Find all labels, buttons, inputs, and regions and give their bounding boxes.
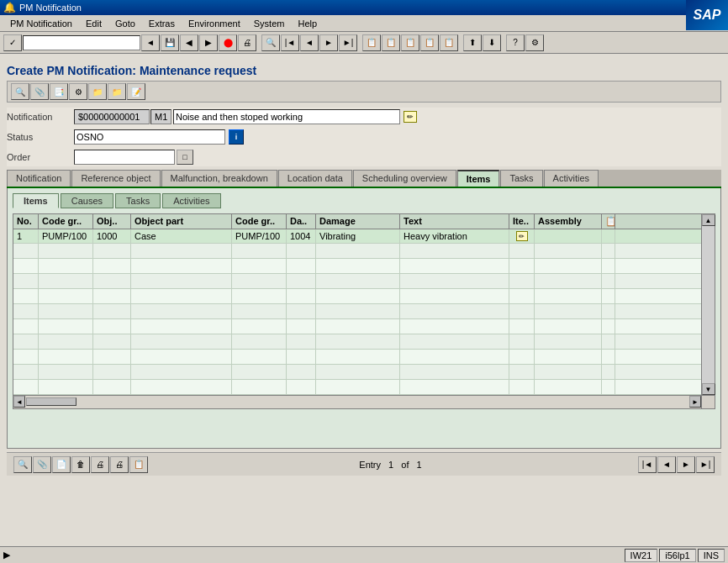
stop-button[interactable]: ⬤: [219, 34, 237, 51]
it1[interactable]: 🔍: [11, 83, 29, 100]
table-row-empty-6: [13, 319, 701, 334]
app-icon: 🔔: [3, 2, 16, 13]
first-button[interactable]: |◄: [281, 34, 299, 51]
tab-tasks[interactable]: Tasks: [500, 170, 542, 187]
bt2[interactable]: 📎: [33, 456, 51, 473]
upload-button[interactable]: ⬆: [463, 34, 482, 51]
notification-label: Notification: [7, 112, 74, 122]
menu-edit[interactable]: Edit: [79, 17, 108, 30]
tb10[interactable]: 📋: [420, 34, 439, 51]
notification-edit-icon[interactable]: ✏: [404, 111, 417, 123]
check-button[interactable]: ✓: [3, 34, 22, 51]
table-row: 1 PUMP/100 1000 Case PUMP/100 1004 Vibra…: [13, 229, 701, 244]
tab-activities[interactable]: Activities: [544, 170, 599, 187]
title-bar: 🔔 PM Notification _ □ ×: [0, 0, 728, 15]
status-input[interactable]: [74, 129, 225, 145]
col-header-extra: 📋: [602, 214, 615, 229]
of-label: of: [401, 460, 409, 470]
tb8[interactable]: 📋: [382, 34, 400, 51]
find-button[interactable]: 🔍: [261, 34, 280, 51]
it2[interactable]: 📎: [30, 83, 49, 100]
tb7[interactable]: 📋: [362, 34, 381, 51]
entry-total: 1: [417, 460, 422, 470]
scroll-left-arrow[interactable]: ◄: [13, 396, 25, 408]
command-input[interactable]: [23, 35, 140, 50]
tab-location[interactable]: Location data: [278, 170, 352, 187]
bt1[interactable]: 🔍: [13, 456, 32, 473]
table-row-empty-3: [13, 274, 701, 289]
col-header-ite: Ite..: [509, 214, 535, 229]
inner-tab-causes[interactable]: Causes: [61, 193, 113, 208]
it5[interactable]: 📁: [88, 83, 107, 100]
info-badge[interactable]: i: [229, 129, 244, 145]
scroll-down-arrow[interactable]: ▼: [702, 383, 715, 395]
inner-tab-activities[interactable]: Activities: [162, 193, 220, 208]
status-arrow: ▶: [3, 550, 10, 560]
h-scroll-thumb[interactable]: [26, 397, 76, 406]
last-button[interactable]: ►|: [339, 34, 357, 51]
entry-info: Entry 1 of 1: [149, 460, 637, 470]
items-content-panel: Items Causes Tasks Activities No. Code g…: [7, 188, 721, 449]
bt4[interactable]: 🗑: [71, 456, 90, 473]
nav-prev-button[interactable]: ◄: [141, 34, 160, 51]
tab-items[interactable]: Items: [457, 170, 500, 187]
it6[interactable]: 📁: [108, 83, 126, 100]
order-browse-button[interactable]: □: [177, 150, 193, 165]
scroll-right-arrow[interactable]: ►: [689, 396, 701, 408]
main-toolbar: ✓ ◄ 💾 ◀ ▶ ⬤ 🖨 🔍 |◄ ◄ ► ►| 📋 📋 📋 📋 📋 ⬆ ⬇ …: [0, 32, 728, 54]
status-bar: ▶ IW21 i56lp1 INS: [0, 546, 728, 563]
tab-malfunction[interactable]: Malfunction, breakdown: [161, 170, 277, 187]
icon-toolbar: 🔍 📎 📑 ⚙ 📁 📁 📝: [7, 81, 721, 103]
table-row-empty-5: [13, 304, 701, 319]
it4[interactable]: ⚙: [69, 83, 87, 100]
form-area: Notification $00000000001 M1 ✏ Status i …: [7, 108, 721, 166]
notification-prefix: $00000000001: [74, 109, 150, 124]
menu-help[interactable]: Help: [291, 17, 324, 30]
nav3[interactable]: ►: [677, 456, 695, 473]
table-area: No. Code gr.. Obj.. Object part Code gr.…: [13, 213, 715, 396]
col-header-obj: Obj..: [93, 214, 131, 229]
menu-pm-notification[interactable]: PM Notification: [3, 17, 79, 30]
it7[interactable]: 📝: [127, 83, 145, 100]
bt6[interactable]: 🖨: [110, 456, 129, 473]
cell-damage-1: Vibrating: [316, 229, 400, 243]
bt3[interactable]: 📄: [52, 456, 71, 473]
notification-value-input[interactable]: [173, 109, 400, 124]
nav2[interactable]: ◄: [657, 456, 676, 473]
download-button[interactable]: ⬇: [483, 34, 501, 51]
inner-tab-items[interactable]: Items: [13, 193, 59, 208]
vertical-scrollbar[interactable]: ▲ ▼: [701, 214, 715, 395]
menu-environment[interactable]: Environment: [182, 17, 247, 30]
table-row-empty-10: [13, 380, 701, 395]
bottom-toolbar: 🔍 📎 📄 🗑 🖨 🖨 📋 Entry 1 of 1 |◄ ◄ ► ►|: [7, 452, 721, 476]
bt5[interactable]: 🖨: [91, 456, 109, 473]
nav-back-button[interactable]: ◀: [180, 34, 198, 51]
cell-ite-1[interactable]: ✏: [509, 229, 535, 243]
customize-button[interactable]: ⚙: [525, 34, 544, 51]
tab-notification[interactable]: Notification: [7, 170, 71, 187]
tab-reference[interactable]: Reference object: [71, 170, 160, 187]
scroll-up-arrow[interactable]: ▲: [702, 214, 715, 226]
nav-forward-button[interactable]: ▶: [199, 34, 218, 51]
help-button[interactable]: ?: [506, 34, 525, 51]
table-row-empty-8: [13, 350, 701, 365]
tb9[interactable]: 📋: [401, 34, 419, 51]
order-input[interactable]: [74, 150, 175, 165]
bt7[interactable]: 📋: [129, 456, 148, 473]
nav4[interactable]: ►|: [696, 456, 715, 473]
print-button[interactable]: 🖨: [238, 34, 256, 51]
cell-text-1: Heavy vibration: [400, 229, 509, 243]
menu-goto[interactable]: Goto: [108, 17, 142, 30]
tb11[interactable]: 📋: [440, 34, 458, 51]
menu-system[interactable]: System: [247, 17, 292, 30]
scroll-corner: [701, 396, 715, 408]
h-scroll-track[interactable]: [25, 396, 689, 408]
tab-scheduling[interactable]: Scheduling overview: [353, 170, 456, 187]
prev-button[interactable]: ◄: [300, 34, 319, 51]
save-button[interactable]: 💾: [161, 34, 179, 51]
it3[interactable]: 📑: [50, 83, 68, 100]
menu-extras[interactable]: Extras: [142, 17, 182, 30]
inner-tab-tasks[interactable]: Tasks: [115, 193, 161, 208]
next-button[interactable]: ►: [319, 34, 338, 51]
nav1[interactable]: |◄: [638, 456, 657, 473]
